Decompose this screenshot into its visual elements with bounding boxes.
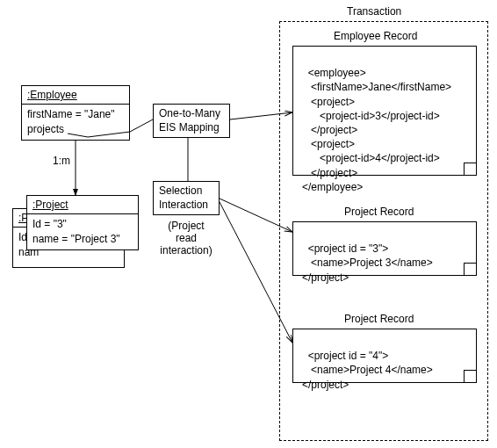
selection-interaction-box: Selection Interaction [153,181,220,215]
multiplicity-label: 1:m [53,155,70,167]
employee-record: <employee> <firstName>Jane</firstName> <… [292,46,477,176]
employee-object-attrs: firstName = "Jane" projects [22,105,129,140]
employee-record-title: Employee Record [334,30,417,42]
project-record-1: <project id = "3"> <name>Project 3</name… [292,221,477,276]
project-read-l2: read [151,232,221,244]
one-to-many-line1: One-to-Many [159,107,224,121]
employee-object: :Employee firstName = "Jane" projects [21,85,130,141]
fold-icon [464,263,476,275]
employee-record-xml: <employee> <firstName>Jane</firstName> <… [302,67,451,193]
employee-attr-firstname: firstName = "Jane" [27,107,124,122]
fold-icon [464,370,476,382]
project-read-l1: (Project [151,220,221,232]
one-to-many-mapping-box: One-to-Many EIS Mapping [153,104,230,138]
project-object-title: :Project [27,196,138,214]
project-read-caption: (Project read interaction) [151,220,221,257]
selection-line2: Interaction [159,199,213,213]
selection-line1: Selection [159,184,213,199]
one-to-many-line2: EIS Mapping [159,121,224,135]
project-record-2-title: Project Record [344,313,414,325]
employee-attr-projects: projects [27,122,124,137]
project-attr-id: Id = "3" [32,217,133,232]
project-record-1-title: Project Record [344,206,414,218]
project-record-2: <project id = "4"> <name>Project 4</name… [292,329,477,383]
employee-object-title: :Employee [22,86,129,105]
project-read-l3: interaction) [151,244,221,257]
transaction-label: Transaction [347,5,401,18]
fold-icon [464,163,476,175]
project-object: :Project Id = "3" name = "Project 3" [26,195,139,250]
project-object-attrs: Id = "3" name = "Project 3" [27,214,138,249]
project-attr-name: name = "Project 3" [32,232,133,247]
